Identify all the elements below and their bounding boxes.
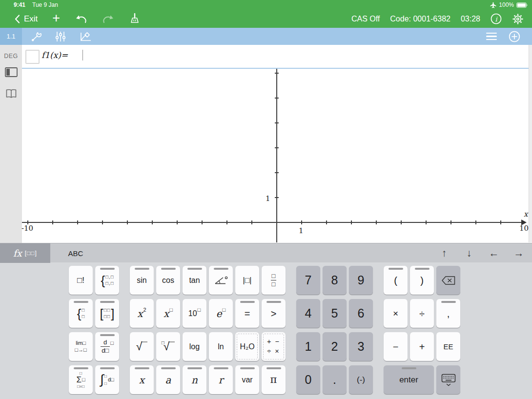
clear-button[interactable] [129,13,140,25]
x-axis [22,222,525,222]
key-6[interactable]: 6 [349,299,373,328]
key-1[interactable]: 1 [296,332,320,361]
key-ln[interactable]: ln [209,332,233,361]
key-negative[interactable]: (-) [349,365,373,394]
alt-function-bar [161,367,176,369]
keyboard-row: □Σ□□=□∫□□d□xanrvarπ0.(-)enter [69,365,463,394]
key-var[interactable]: var [235,365,259,394]
panel-icon [5,67,18,77]
angle-mode-indicator[interactable]: DEG [0,53,22,60]
x-axis-tick [401,220,401,224]
key-var-r[interactable]: r [209,365,233,394]
key-enter[interactable]: enter [384,365,434,394]
key-0[interactable]: 0 [296,365,320,394]
key-2[interactable]: 2 [323,332,347,361]
key-tan[interactable]: tan [183,266,206,295]
key-equals[interactable]: = [235,299,259,328]
nav-up-button[interactable]: ↑ [438,243,450,263]
alt-function-bar [74,301,88,303]
key-list-brace[interactable]: {□□ [69,299,93,328]
key-keyboard-dismiss[interactable] [436,365,460,394]
arrow-up-icon: ↑ [442,247,447,259]
key-factorial[interactable]: □! [69,266,93,295]
key-4[interactable]: 4 [296,299,320,328]
key-comma[interactable]: , [436,299,460,328]
key-var-n[interactable]: n [183,365,206,394]
add-document-button[interactable]: + [52,12,60,25]
key-8[interactable]: 8 [323,266,347,295]
key-paren-right[interactable]: ) [410,266,434,295]
key-3[interactable]: 3 [349,332,373,361]
x-axis-tick [450,220,451,224]
key-cos[interactable]: cos [156,266,180,295]
key-minus[interactable]: − [384,332,408,361]
key-sin[interactable]: sin [130,266,154,295]
nav-left-button[interactable]: ← [488,243,500,263]
tab-fx-keyboard[interactable]: fx [□□] [0,243,50,263]
page-tab[interactable]: 1.1 [0,28,22,45]
tab-abc-keyboard[interactable]: ABC [50,243,101,263]
key-decimal[interactable]: . [323,365,347,394]
key-e-power[interactable]: e□ [209,299,233,328]
nav-right-button[interactable]: → [513,243,525,263]
key-matrix[interactable]: [□□□□] [95,299,119,328]
key-fraction[interactable]: □□ [262,266,286,295]
undo-button[interactable] [75,14,87,24]
alt-function-bar [240,367,255,369]
key-x-squared[interactable]: x2 [130,299,154,328]
key-plus[interactable]: + [410,332,434,361]
status-bar: 9:41 Tue 9 Jan 100% [0,0,532,10]
graph-settings-icon [79,31,92,42]
key-greater-than[interactable]: > [262,299,286,328]
key-paren-left[interactable]: ( [384,266,408,295]
key-multiply[interactable]: × [384,299,408,328]
key-chem[interactable]: H₂O [235,332,259,361]
graph-settings-button[interactable] [79,31,92,42]
info-button[interactable]: i [491,13,502,24]
key-var-a[interactable]: a [156,365,180,394]
alt-function-bar [74,367,88,369]
keyboard-dismiss-icon [441,374,456,386]
page-sorter-button[interactable] [486,33,497,40]
function-entry-row[interactable]: f1(x)= [22,45,532,69]
panel-toggle-button[interactable] [0,67,22,77]
x-axis-tick [127,220,127,224]
exit-button[interactable]: Exit [15,14,38,24]
key-log[interactable]: log [183,332,206,361]
key-divide[interactable]: ÷ [410,299,434,328]
key-9[interactable]: 9 [349,266,373,295]
key-limit[interactable]: lim□□→□ [69,332,93,361]
add-page-button[interactable] [509,31,520,42]
tools-button[interactable] [31,32,42,41]
key-ee[interactable]: EE [436,332,460,361]
key-angle-degree[interactable] [209,266,233,295]
key-10-power[interactable]: 10□ [183,299,206,328]
text-cursor [82,50,83,60]
key-backspace[interactable] [436,266,460,295]
nav-down-button[interactable]: ↓ [463,243,475,263]
key-pi[interactable]: π [262,365,286,394]
y-axis-tick [275,147,279,148]
function-checkbox[interactable] [25,50,40,64]
key-power[interactable]: x□ [156,299,180,328]
redo-button[interactable] [102,14,115,24]
key-integral[interactable]: ∫□□d□ [95,365,119,394]
key-sqrt[interactable]: √ [130,332,154,361]
key-abs[interactable]: |□| [235,266,259,295]
key-operators[interactable]: + −÷ × [262,332,286,361]
scrollbar[interactable] [529,45,532,242]
inspector-button[interactable] [55,31,66,42]
catalog-button[interactable] [0,89,22,99]
key-7[interactable]: 7 [296,266,320,295]
key-piecewise[interactable]: {□,□□,□ [95,266,119,295]
key-5[interactable]: 5 [323,299,347,328]
key-sum[interactable]: □Σ□□=□ [69,365,93,394]
key-var-x[interactable]: x [130,365,154,394]
angle-degree-icon [214,276,228,285]
settings-button[interactable] [512,13,524,25]
function-expression[interactable]: f1(x)= [41,50,68,60]
key-nth-root[interactable]: □√ [156,332,180,361]
key-derivative[interactable]: dd□□ [95,332,119,361]
y-axis-tick [275,122,279,123]
alt-function-bar [100,334,115,336]
